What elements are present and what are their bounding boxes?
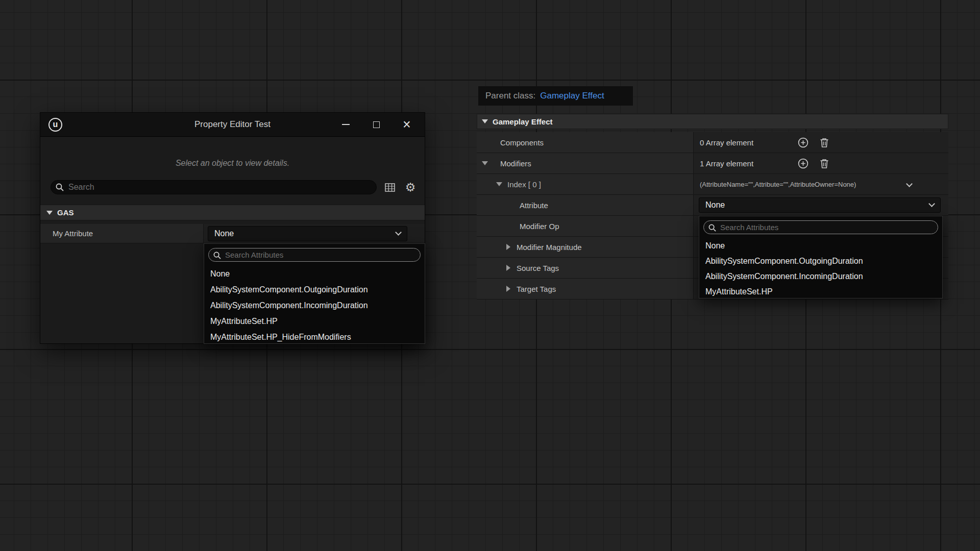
dropdown-item[interactable]: MyAttributeSet.HP <box>699 284 942 299</box>
row-label: Modifier Op <box>520 222 559 231</box>
view-options-button[interactable] <box>383 180 397 194</box>
delete-elements-icon[interactable] <box>819 137 829 148</box>
row-label: Modifier Magnitude <box>517 243 582 252</box>
close-button[interactable]: × <box>402 120 411 129</box>
row-index-0: Index [ 0 ] (AttributeName="",Attribute=… <box>477 174 948 195</box>
expander-down-icon[interactable] <box>482 161 488 165</box>
maximize-icon <box>373 121 380 128</box>
dropdown-item[interactable]: AbilitySystemComponent.OutgoingDuration <box>204 282 425 297</box>
category-header-gas[interactable]: GAS <box>40 205 425 220</box>
chevron-down-icon <box>46 211 53 215</box>
search-input[interactable] <box>51 180 377 194</box>
struct-preview: (AttributeName="",Attribute="",Attribute… <box>700 181 856 188</box>
dropdown-item[interactable]: MyAttributeSet.HP <box>204 313 425 329</box>
row-modifiers: Modifiers 1 Array element <box>477 153 948 174</box>
attributes-search-input[interactable] <box>209 248 420 261</box>
minimize-icon <box>342 124 350 125</box>
row-label: Index [ 0 ] <box>507 180 541 189</box>
dropdown-selected-value: None <box>705 201 725 210</box>
expander-right-icon[interactable] <box>506 286 510 292</box>
delete-elements-icon[interactable] <box>819 158 829 169</box>
attribute-dropdown-menu: None AbilitySystemComponent.OutgoingDura… <box>699 216 943 298</box>
gear-icon: ⚙ <box>405 180 416 194</box>
category-label: Gameplay Effect <box>493 117 553 126</box>
property-editor-window: u Property Editor Test × Select an objec… <box>40 112 425 344</box>
dropdown-item[interactable]: AbilitySystemComponent.OutgoingDuration <box>699 254 942 269</box>
row-attribute: Attribute None <box>477 195 948 216</box>
search-icon <box>708 223 717 232</box>
parent-class-bar: Parent class: Gameplay Effect <box>478 86 633 106</box>
attribute-dropdown-menu: None AbilitySystemComponent.OutgoingDura… <box>204 243 425 344</box>
minimize-button[interactable] <box>341 120 350 129</box>
chevron-down-icon <box>395 229 402 236</box>
row-label: Components <box>500 138 544 147</box>
attribute-dropdown[interactable]: None <box>699 197 941 213</box>
row-label: Modifiers <box>500 159 531 168</box>
dropdown-item[interactable]: AbilitySystemComponent.IncomingDuration <box>204 297 425 313</box>
category-header-gameplay-effect[interactable]: Gameplay Effect <box>477 114 948 129</box>
expander-right-icon[interactable] <box>506 265 510 271</box>
window-titlebar[interactable]: u Property Editor Test × <box>40 113 425 137</box>
dropdown-item[interactable]: None <box>204 266 425 282</box>
category-label: GAS <box>57 208 74 217</box>
unreal-logo-icon: u <box>48 118 62 132</box>
chevron-down-icon <box>928 201 935 207</box>
attributes-search-input[interactable] <box>704 221 938 234</box>
maximize-button[interactable] <box>372 120 381 129</box>
property-row-my-attribute: My Attribute None <box>40 224 425 243</box>
row-components: Components 0 Array element <box>477 132 948 153</box>
chevron-down-icon[interactable] <box>906 181 913 187</box>
table-grid-icon <box>385 183 395 192</box>
array-count: 0 Array element <box>700 138 753 147</box>
add-element-icon[interactable] <box>797 137 809 148</box>
chevron-down-icon <box>482 119 488 123</box>
settings-button[interactable]: ⚙ <box>403 180 418 194</box>
dropdown-selected-value: None <box>214 229 234 238</box>
row-label: Source Tags <box>517 264 559 272</box>
close-icon: × <box>403 120 411 129</box>
my-attribute-dropdown[interactable]: None <box>208 226 407 241</box>
search-icon <box>213 251 222 260</box>
property-label: My Attribute <box>40 224 204 243</box>
expander-down-icon[interactable] <box>496 182 502 186</box>
empty-selection-message: Select an object to view details. <box>40 159 425 168</box>
parent-class-link[interactable]: Gameplay Effect <box>540 91 604 101</box>
array-count: 1 Array element <box>700 159 753 168</box>
dropdown-item[interactable]: MyAttributeSet.HP_HideFromModifiers <box>204 329 425 345</box>
dropdown-item[interactable]: AbilitySystemComponent.IncomingDuration <box>699 269 942 284</box>
parent-class-label: Parent class: <box>485 91 535 101</box>
search-icon <box>55 183 64 192</box>
row-label: Attribute <box>520 201 548 210</box>
expander-right-icon[interactable] <box>506 244 510 250</box>
dropdown-item[interactable]: None <box>699 238 942 254</box>
graph-editor-background: u Property Editor Test × Select an objec… <box>0 0 980 551</box>
add-element-icon[interactable] <box>797 158 809 169</box>
row-label: Target Tags <box>517 285 556 293</box>
